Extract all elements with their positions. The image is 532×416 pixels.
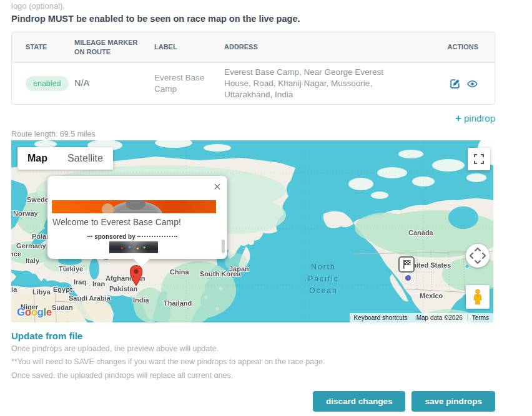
map-label-china: China xyxy=(170,268,189,276)
map[interactable]: SwedenNorwayPolandGermanyFranceItalyTürk… xyxy=(11,140,493,322)
finish-flag-marker[interactable] xyxy=(398,256,415,273)
action-buttons-row: discard changes save pindrops xyxy=(11,391,495,412)
pindrop-settings-page: logo (optional). Pindrop MUST be enabled… xyxy=(0,1,532,416)
info-window-tail xyxy=(134,259,150,266)
google-letter: o xyxy=(31,306,37,318)
mileage-cell: N/A xyxy=(71,74,150,94)
map-label-mexico: Mexico xyxy=(420,292,443,299)
update-note-2: **You will need to SAVE changes if you w… xyxy=(11,356,532,367)
logo-optional-note: logo (optional). xyxy=(11,1,532,11)
status-badge: enabled xyxy=(26,76,69,92)
pindrop-marker[interactable] xyxy=(129,264,143,287)
map-type-satellite-button[interactable]: Satellite xyxy=(57,147,113,170)
sponsored-leader-right xyxy=(137,236,177,237)
flag-marker-tail xyxy=(403,272,410,276)
fullscreen-button[interactable] xyxy=(468,148,490,170)
map-label-canada: Canada xyxy=(408,229,433,236)
map-label-saudi-arabia: Saudi Arabia xyxy=(69,294,111,302)
state-cell: enabled xyxy=(12,72,71,95)
map-label-france: France xyxy=(11,250,21,258)
map-label-thailand: Thailand xyxy=(164,299,192,307)
map-label-libya: Libya xyxy=(32,288,51,296)
pindrop-table: STATE MILEAGE MARKER ON ROUTE LABEL ADDR… xyxy=(11,32,495,105)
pan-arrows-icon xyxy=(466,244,490,268)
map-type-control: Map Satellite xyxy=(17,147,113,170)
map-type-map-button[interactable]: Map xyxy=(17,147,57,170)
google-letter: e xyxy=(46,306,52,318)
header-actions: ACTIONS xyxy=(432,32,495,62)
route-length-text: Route length: 69.5 miles xyxy=(11,130,532,138)
header-label: LABEL xyxy=(150,32,220,62)
plus-icon: + xyxy=(455,112,461,124)
pindrop-table-header: STATE MILEAGE MARKER ON ROUTE LABEL ADDR… xyxy=(12,32,495,63)
discard-changes-button[interactable]: discard changes xyxy=(313,391,406,412)
checkered-flag-icon xyxy=(401,259,411,269)
update-note-3: Once saved, the uploaded pindrops will r… xyxy=(11,370,532,381)
pegman-control[interactable] xyxy=(466,285,490,309)
map-label-sudan: Sudan xyxy=(52,304,73,311)
header-state: STATE xyxy=(12,32,71,62)
eye-icon[interactable] xyxy=(466,78,478,90)
save-pindrops-button[interactable]: save pindrops xyxy=(411,391,495,412)
pegman-icon xyxy=(471,289,484,305)
ocean-label: North Pacific Ocean xyxy=(300,261,347,296)
google-letter: G xyxy=(17,306,25,318)
header-address: ADDRESS xyxy=(220,32,432,62)
map-label-india: India xyxy=(133,296,149,304)
table-row: enabled N/A Everest Base Camp Everest Ba… xyxy=(12,63,495,105)
map-data-text: Map data ©2026 xyxy=(412,314,467,321)
add-pindrop-button[interactable]: +pindrop xyxy=(455,113,495,123)
terms-link[interactable]: Terms xyxy=(467,314,493,321)
map-label-iran: Iran xyxy=(92,280,105,288)
map-label-algeria: Algeria xyxy=(11,286,17,293)
welcome-image xyxy=(52,200,216,213)
map-label-egypt: Egypt xyxy=(53,286,72,293)
pindrop-enabled-warning: Pindrop MUST be enabled to be seen on ra… xyxy=(11,14,532,24)
address-cell: Everest Base Camp, Near George Everest H… xyxy=(220,63,432,105)
keyboard-shortcuts-link[interactable]: Keyboard shortcuts xyxy=(350,314,412,321)
sponsored-leader-left xyxy=(87,236,92,237)
map-label-norway: Norway xyxy=(13,210,38,217)
header-mileage-marker: MILEAGE MARKER ON ROUTE xyxy=(71,32,150,62)
sponsored-by-row: sponsored by xyxy=(47,233,217,240)
google-logo[interactable]: Google xyxy=(17,306,52,319)
popup-scrollbar[interactable] xyxy=(222,239,225,253)
map-label-germany: Germany xyxy=(16,242,46,249)
actions-cell xyxy=(432,74,495,94)
map-label-iraq: Iraq xyxy=(74,278,86,286)
info-window-title: Welcome to Everest Base Camp! xyxy=(52,217,181,227)
google-letter: o xyxy=(25,306,31,318)
close-icon[interactable]: × xyxy=(214,180,221,193)
map-label-japan: Japan xyxy=(229,265,249,273)
update-from-file-heading[interactable]: Update from file xyxy=(11,331,532,341)
info-window: × Welcome to Everest Base Camp! sponsore… xyxy=(47,176,227,259)
label-cell: Everest Base Camp xyxy=(150,69,220,99)
edit-icon[interactable] xyxy=(449,78,461,90)
sponsored-by-label: sponsored by xyxy=(94,233,135,240)
map-attribution: Keyboard shortcuts Map data ©2026 Terms xyxy=(350,313,494,322)
fullscreen-icon xyxy=(473,153,485,165)
add-pindrop-label: pindrop xyxy=(464,113,495,123)
update-note-1: Once pindrops are uploaded, the preview … xyxy=(11,343,532,354)
pan-control[interactable] xyxy=(466,244,490,268)
add-pindrop-row: +pindrop xyxy=(11,112,495,125)
google-letter: g xyxy=(37,306,44,318)
sponsor-image xyxy=(109,241,158,253)
map-label-türkiye: Türkiye xyxy=(59,265,83,273)
map-label-italy: Italy xyxy=(26,257,39,264)
